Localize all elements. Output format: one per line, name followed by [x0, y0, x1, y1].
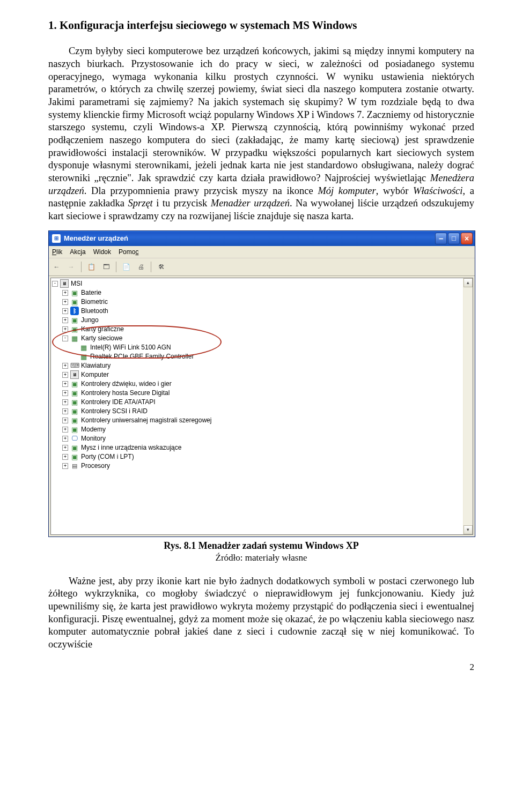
tree-item[interactable]: +▣Jungo [52, 316, 473, 325]
menu-file[interactable]: Plik [52, 248, 62, 256]
scan-icon[interactable]: 🖨 [136, 262, 145, 271]
window-title: Menedżer urządzeń [64, 234, 434, 242]
expand-icon[interactable]: + [62, 381, 68, 387]
tree-item-label: Kontrolery SCSI i RAID [81, 407, 148, 416]
para1-t2: . Dla przypomnienia prawy przycisk myszy… [84, 185, 318, 196]
expand-icon[interactable]: + [62, 399, 68, 405]
tree-item-label: Kontrolery dźwięku, wideo i gier [81, 379, 172, 389]
toolbar-sep-icon [151, 262, 151, 272]
expand-icon[interactable]: + [62, 418, 68, 423]
tree-item-label: Porty (COM i LPT) [81, 452, 134, 461]
scroll-down-icon[interactable]: ▾ [464, 525, 473, 534]
maximize-button[interactable]: □ [448, 233, 460, 244]
figure-source: Źródło: materiały własne [48, 553, 474, 563]
tree-item[interactable]: +🖵Monitory [52, 434, 473, 443]
network-adapter-icon: ▦ [79, 352, 88, 361]
vertical-scrollbar[interactable]: ▴ ▾ [463, 278, 473, 534]
tree-item[interactable]: +▣Mysz i inne urządzenia wskazujące [52, 443, 473, 452]
scroll-track[interactable] [464, 287, 473, 525]
para1-em4: Sprzęt [128, 198, 152, 208]
tree-item-label: Monitory [81, 434, 106, 443]
tree-item-label: Klawiatury [81, 361, 111, 370]
tree-item[interactable]: +🖥Komputer [52, 370, 473, 379]
tree-item-label: Baterie [81, 288, 101, 297]
forward-button[interactable]: → [67, 262, 76, 271]
expand-icon[interactable]: + [62, 463, 68, 469]
scroll-up-icon[interactable]: ▴ [464, 278, 473, 287]
device-icon: ▣ [70, 288, 79, 297]
expand-icon[interactable]: + [62, 308, 68, 314]
network-adapter-icon: ▦ [79, 343, 88, 352]
back-button[interactable]: ← [52, 262, 61, 271]
tree-item-label: Procesory [81, 461, 110, 471]
toolbar: ← → 📋 🗔 📄 🖨 🛠 [49, 258, 475, 276]
expand-icon[interactable]: + [62, 390, 68, 396]
paragraph-1: Czym byłyby sieci komputerowe bez urządz… [48, 45, 474, 222]
device-icon: ▣ [70, 398, 79, 406]
tree-item[interactable]: +▣Kontrolery SCSI i RAID [52, 407, 473, 416]
tree-item-label: Mysz i inne urządzenia wskazujące [81, 443, 181, 452]
expand-icon[interactable]: + [62, 363, 68, 369]
device-icon: ▣ [70, 297, 79, 306]
expand-icon[interactable]: + [62, 445, 68, 451]
tree-item[interactable]: +▤Procesory [52, 461, 473, 471]
expand-icon[interactable]: + [62, 317, 68, 323]
tree-item-label: Karty graficzne [81, 325, 124, 334]
tree-item[interactable]: +⌨Klawiatury [52, 361, 473, 370]
tree-item-label: Modemy [81, 425, 106, 434]
tree-item[interactable]: +▣Karty graficzne [52, 325, 473, 334]
expand-icon[interactable]: + [62, 326, 68, 332]
expand-icon[interactable]: + [62, 290, 68, 296]
tree-child-item[interactable]: ▦Intel(R) WiFi Link 5100 AGN [52, 343, 473, 352]
menu-help[interactable]: Pomoc [119, 248, 138, 256]
refresh-icon[interactable]: 🗔 [101, 262, 111, 271]
minimize-button[interactable]: ‒ [435, 233, 447, 244]
expand-icon[interactable]: + [62, 372, 68, 378]
device-icon: ▣ [70, 452, 79, 461]
tree-item[interactable]: +▣Kontrolery dźwięku, wideo i gier [52, 379, 473, 389]
tree-root[interactable]: -🖥MSI [52, 279, 473, 288]
tree-item[interactable]: +▣Kontrolery uniwersalnej magistrali sze… [52, 416, 473, 425]
expand-icon[interactable]: + [62, 299, 68, 305]
tree-item-label: Realtek PCIe GBE Family Controller [90, 352, 194, 361]
expand-icon[interactable]: + [62, 436, 68, 442]
device-icon: ▣ [70, 325, 79, 333]
tree-item[interactable]: -▦Karty sieciowe [52, 334, 473, 343]
processor-icon: ▤ [70, 461, 79, 470]
expand-icon[interactable]: + [62, 454, 68, 460]
tree-item[interactable]: +ᛒBluetooth [52, 307, 473, 316]
tree-item[interactable]: +▣Kontrolery IDE ATA/ATAPI [52, 398, 473, 407]
tree-item-label: Komputer [81, 370, 109, 379]
menu-action[interactable]: Akcja [70, 248, 85, 256]
tree-item-label: Jungo [81, 316, 99, 325]
help-icon[interactable]: 🛠 [157, 262, 166, 271]
para1-em5: Menadżer urządzeń [211, 198, 290, 208]
menu-view[interactable]: Widok [93, 248, 111, 256]
collapse-icon[interactable]: - [62, 336, 68, 341]
tree-child-item[interactable]: ▦Realtek PCIe GBE Family Controller [52, 352, 473, 361]
device-icon: ▣ [70, 389, 79, 397]
properties-icon[interactable]: 📄 [122, 262, 131, 271]
para1-em3: Właściwości [413, 185, 463, 196]
device-icon: ▣ [70, 379, 79, 388]
tree-item[interactable]: +▣Baterie [52, 288, 473, 297]
device-manager-window: ⊞ Menedżer urządzeń ‒ □ × Plik Akcja Wid… [48, 230, 475, 537]
collapse-icon[interactable]: - [52, 281, 58, 287]
para1-em2: Mój komputer [318, 185, 376, 196]
device-icon: ▣ [70, 316, 79, 324]
window-titlebar[interactable]: ⊞ Menedżer urządzeń ‒ □ × [49, 231, 475, 246]
tree-item[interactable]: +▣Biometric [52, 297, 473, 307]
network-adapter-icon: ▦ [70, 334, 79, 342]
device-icon: ▣ [70, 416, 79, 424]
expand-icon[interactable]: + [62, 427, 68, 433]
tree-item[interactable]: +▣Modemy [52, 425, 473, 434]
para1-t3: , wybór [376, 185, 413, 196]
close-button[interactable]: × [461, 233, 473, 244]
tree-item[interactable]: +▣Porty (COM i LPT) [52, 452, 473, 461]
expand-icon[interactable]: + [62, 408, 68, 414]
tree-item[interactable]: +▣Kontrolery hosta Secure Digital [52, 389, 473, 398]
device-icon: ▣ [70, 407, 79, 415]
tree-item-label: Kontrolery hosta Secure Digital [81, 389, 170, 398]
view-icon[interactable]: 📋 [87, 262, 96, 271]
paragraph-2: Ważne jest, aby przy ikonie kart nie był… [48, 575, 474, 651]
